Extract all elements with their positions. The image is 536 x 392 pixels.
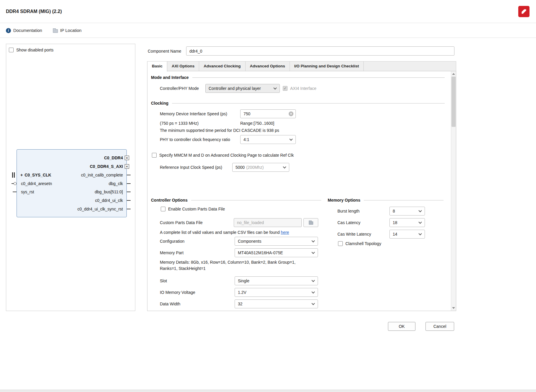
axi4-interface-checkbox[interactable]: ✓ [283, 86, 288, 91]
mmcm-checkbox[interactable] [152, 153, 157, 158]
section-memory-options: Memory Options [328, 198, 444, 203]
port-label-c0-ddr4-aresetn: c0_ddr4_aresetn [21, 179, 52, 188]
configuration-value: Components [238, 239, 261, 244]
burst-length-value: 8 [393, 209, 395, 213]
cas-write-latency-select[interactable]: 14 [389, 230, 425, 239]
clear-icon[interactable]: × [289, 111, 293, 116]
folder-icon [309, 221, 313, 225]
port-row: c0_ddr4_ui_clk_sync_rst [17, 205, 126, 213]
controller-phy-mode-select[interactable]: Controller and physical layer [205, 84, 280, 93]
memory-speed-label: Memory Device Interface Speed (ps) [160, 109, 227, 118]
chevron-down-icon [418, 232, 422, 235]
basic-tab-content: Mode and Interface Controller/PHY Mode C… [147, 71, 456, 311]
ref-clock-label: Reference Input Clock Speed (ps) [160, 163, 222, 172]
cas-latency-label: Cas Latency [337, 218, 360, 227]
tab-basic[interactable]: Basic [147, 61, 167, 72]
chevron-down-icon [311, 290, 315, 294]
data-width-label: Data Width [160, 299, 180, 308]
cas-latency-select[interactable]: 18 [389, 218, 425, 227]
memory-part-select[interactable]: MT40A512M16HA-075E [235, 248, 318, 257]
pin-stub [127, 192, 131, 192]
tab-strip: Basic AXI Options Advanced Clocking Adva… [147, 61, 456, 71]
documentation-button[interactable]: i Documentation [6, 28, 42, 33]
scroll-up-button[interactable] [451, 72, 456, 76]
title-bar: DDR4 SDRAM (MIG) (2.2) [0, 0, 536, 23]
cas-write-latency-value: 14 [393, 232, 397, 237]
active-low-circle-icon [14, 182, 17, 185]
toolbar: i Documentation IP Location [0, 23, 536, 38]
block-design-panel: Show disabled ports C0_DDR4 × C0_DDR4_S_… [6, 44, 135, 311]
component-name-input[interactable] [186, 46, 454, 56]
memory-speed-field: × [240, 109, 296, 118]
cancel-button[interactable]: Cancel [425, 322, 454, 331]
ok-button[interactable]: OK [388, 322, 415, 331]
burst-length-select[interactable]: 8 [389, 207, 425, 216]
chevron-down-icon [418, 221, 422, 224]
section-controller-options: Controller Options [151, 198, 321, 203]
clamshell-row: Clamshell Topology [338, 241, 381, 246]
slot-select[interactable]: Single [235, 276, 318, 285]
axi4-interface-label: AXI4 Interface [290, 86, 316, 91]
show-disabled-ports-checkbox[interactable] [9, 48, 14, 52]
chevron-down-icon [311, 302, 315, 305]
ref-clock-hint: (200Mhz) [246, 165, 264, 170]
enable-custom-parts-label: Enable Custom Parts Data File [168, 207, 225, 211]
port-label-c0-sys-clk: C0_SYS_CLK [25, 173, 51, 177]
port-label-c0-ddr4: C0_DDR4 [104, 154, 123, 162]
interface-port-box-icon[interactable]: × [125, 156, 129, 160]
ip-location-label: IP Location [60, 28, 82, 33]
port-label-c0-ddr4-ui-clk: c0_ddr4_ui_clk [95, 196, 123, 205]
section-clocking: Clocking [151, 101, 445, 106]
chevron-down-icon [283, 165, 286, 169]
section-divider [364, 200, 444, 200]
interface-port-box-icon[interactable]: × [125, 164, 129, 169]
port-label-dbg-bus: dbg_bus[511:0] [95, 188, 123, 196]
tab-axi-options[interactable]: AXI Options [167, 61, 199, 71]
section-title-controller-options: Controller Options [151, 198, 188, 203]
show-disabled-ports-row: Show disabled ports [9, 48, 53, 52]
port-row: sys_rst dbg_bus[511:0] [17, 188, 126, 196]
cas-latency-value: 18 [393, 220, 397, 225]
chevron-down-icon [311, 239, 315, 242]
io-voltage-label: IO Memory Voltage [160, 288, 195, 297]
memory-speed-input[interactable] [240, 109, 296, 118]
slot-value: Single [238, 278, 249, 283]
ip-location-button[interactable]: IP Location [53, 28, 82, 33]
port-left-c0-sys-clk[interactable]: +C0_SYS_CLK [20, 171, 51, 179]
browse-file-button[interactable] [303, 218, 318, 227]
xilinx-logo-icon [518, 6, 529, 17]
scrollbar-thumb[interactable] [451, 77, 456, 127]
configuration-select[interactable]: Components [235, 237, 318, 246]
clock-ratio-select[interactable]: 4:1 [240, 135, 296, 144]
pin-stub [13, 192, 17, 192]
section-divider [192, 77, 445, 78]
pin-stub [12, 183, 14, 184]
chevron-down-icon [289, 137, 293, 141]
custom-parts-file-label: Custom Parts Data File [160, 218, 203, 227]
memory-details-line1: Memory Details: 8Gb, x16, Row=16, Column… [160, 260, 295, 265]
io-voltage-select[interactable]: 1.2V [235, 288, 318, 297]
section-title-mode: Mode and Interface [151, 75, 189, 80]
configuration-label: Configuration [160, 237, 184, 246]
data-width-select[interactable]: 32 [235, 299, 318, 308]
dci-cascade-note: The minimum supported time period for DC… [160, 128, 279, 133]
memory-part-value: MT40A512M16HA-075E [238, 250, 283, 255]
port-row: C0_DDR4 × [17, 154, 126, 162]
scroll-down-button[interactable] [451, 306, 456, 310]
port-row: c0_ddr4_aresetn dbg_clk [17, 179, 126, 188]
custom-parts-file-input[interactable] [234, 218, 302, 227]
controller-phy-mode-label: Controller/PHY Mode [160, 84, 199, 93]
vertical-scrollbar[interactable] [451, 71, 456, 311]
ref-clock-value: 5000 [235, 165, 245, 170]
tab-advanced-options[interactable]: Advanced Options [246, 61, 290, 71]
csv-here-link[interactable]: here [281, 230, 289, 235]
tab-io-planning[interactable]: I/O Planning and Design Checklist [290, 61, 364, 71]
expand-plus-icon[interactable]: + [20, 173, 23, 177]
section-divider [191, 200, 321, 200]
tab-advanced-clocking[interactable]: Advanced Clocking [199, 61, 245, 71]
clamshell-checkbox[interactable] [338, 241, 343, 246]
controller-phy-mode-value: Controller and physical layer [209, 86, 261, 91]
ref-clock-select[interactable]: 5000 (200Mhz) [232, 163, 289, 172]
enable-custom-parts-checkbox[interactable] [161, 207, 165, 211]
window-bottom-edge [0, 390, 536, 392]
